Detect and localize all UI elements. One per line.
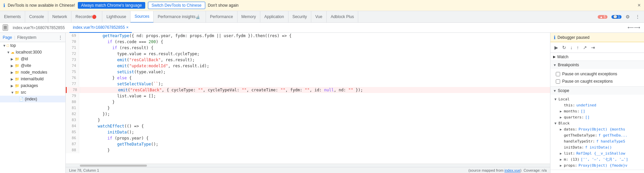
- code-line-81: 81 }: [66, 105, 550, 111]
- scope-handleTypeStr: handleTypeStr: f handleTypeS: [553, 138, 641, 144]
- scope-props[interactable]: ▶ props: Proxy(Object) {fmode}v: [553, 162, 641, 168]
- editor-sidebar-toggle[interactable]: ☰: [3, 24, 8, 31]
- more-options-button[interactable]: ⋮: [634, 13, 641, 21]
- tab-lighthouse[interactable]: Lighthouse: [102, 11, 130, 23]
- tab-security[interactable]: Security: [288, 11, 311, 23]
- tab-elements[interactable]: Elements: [0, 11, 25, 23]
- folder-icon-id: 📁: [15, 57, 19, 61]
- dont-show-again-button[interactable]: Don't show again: [208, 3, 239, 8]
- scope-quarters[interactable]: ▶ quarters: []: [553, 114, 641, 120]
- folder-icon-vite: 📁: [15, 64, 19, 68]
- settings-button[interactable]: ⚙: [624, 13, 631, 21]
- debug-deactivate-button[interactable]: ⇥: [590, 44, 596, 52]
- editor-tab-close[interactable]: ×: [126, 25, 128, 30]
- pause-caught-label: Pause on caught exceptions: [562, 79, 613, 84]
- source-map-link[interactable]: index.vue: [504, 168, 520, 172]
- folder-icon-internal-build: 📁: [15, 77, 19, 81]
- code-editor[interactable]: 69 getYearType({ nd: props.year, fydm: p…: [66, 33, 550, 164]
- code-line-87: 87 getTheDataType();: [66, 141, 550, 147]
- code-line-82: 82 });: [66, 111, 550, 117]
- code-lines: 69 getYearType({ nd: props.year, fydm: p…: [66, 33, 550, 153]
- tree-item-internal-build[interactable]: ▶ 📁 internal/build: [0, 76, 65, 82]
- pause-caught-checkbox[interactable]: [556, 79, 560, 84]
- code-line-83: 83 }: [66, 117, 550, 123]
- tree-item-node-modules[interactable]: ▶ 📁 node_modules: [0, 69, 65, 76]
- breakpoints-arrow: ▼: [553, 63, 556, 67]
- scope-list[interactable]: ▶ list: RefImpl {__v_isShallow: [553, 150, 641, 156]
- scope-dates[interactable]: ▶ dates: Proxy(Object) {months: [553, 126, 641, 132]
- cursor-position: Line 78, Column 1: [69, 168, 99, 172]
- tab-console[interactable]: Console: [25, 11, 48, 23]
- scope-initData: initData: f initData(): [553, 144, 641, 150]
- tree-label-internal-build: internal/build: [21, 77, 44, 81]
- code-line-74: 74 emit("update:modelId", res.result.id)…: [66, 63, 550, 69]
- scope-local-header[interactable]: ▼ Local: [553, 96, 641, 102]
- tab-adblock[interactable]: Adblock Plus: [327, 11, 358, 23]
- pause-uncaught-label: Pause on uncaught exceptions: [562, 72, 617, 76]
- tab-memory[interactable]: Memory: [237, 11, 260, 23]
- code-line-75: 75 setList(type.value);: [66, 69, 550, 75]
- watch-section-header[interactable]: ▶ Watch: [550, 53, 644, 61]
- tree-item-vite[interactable]: ▶ 📁 @vite: [0, 62, 65, 69]
- filetree-tab-filesystem[interactable]: Filesystem: [17, 35, 36, 40]
- tab-sources[interactable]: Sources: [130, 11, 154, 23]
- debug-resume-button[interactable]: ▶: [553, 44, 559, 52]
- format-icon[interactable]: ⟵⟶: [627, 24, 641, 31]
- tree-item-top[interactable]: ▼ □ top: [0, 42, 65, 49]
- tab-performance[interactable]: Performance: [206, 11, 237, 23]
- file-tree-panel: Page | Filesystem ⋮ ▼ □ top ▼ ☁ localhos…: [0, 33, 66, 173]
- debug-step-out-button[interactable]: ↑: [575, 44, 580, 52]
- scope-header[interactable]: ▼ Scope: [550, 87, 644, 95]
- folder-icon-packages: 📁: [15, 84, 19, 88]
- tab-vue[interactable]: Vue: [311, 11, 327, 23]
- breakpoints-header[interactable]: ▼ Breakpoints: [550, 61, 644, 69]
- filetree-tab-page[interactable]: Page: [3, 35, 12, 40]
- tree-arrow-localhost: ▼: [7, 51, 11, 54]
- tree-item-localhost[interactable]: ▼ ☁ localhost:3000: [0, 49, 65, 56]
- tree-arrow-internal-build: ▶: [11, 77, 15, 81]
- editor-tab-1[interactable]: index.vue?t=1680767852855: [9, 23, 68, 33]
- scope-block-header[interactable]: ▼ Block: [553, 120, 641, 126]
- recorder-icon: 🔴: [92, 15, 97, 19]
- h-scroll-thumb[interactable]: [80, 165, 147, 167]
- info-bar-close-button[interactable]: ×: [638, 2, 641, 8]
- debug-step-into-button[interactable]: ↓: [569, 44, 574, 52]
- tree-item-src[interactable]: ▼ 📁 src: [0, 89, 65, 96]
- tab-application[interactable]: Application: [260, 11, 288, 23]
- info-message: DevTools is now available in Chinese!: [8, 3, 75, 8]
- tab-performance-insights[interactable]: Performance insights 🔬: [154, 11, 206, 23]
- filetree-more-button[interactable]: ⋮: [58, 35, 63, 40]
- tree-item-packages[interactable]: ▶ 📁 packages: [0, 82, 65, 89]
- pause-caught-item: Pause on caught exceptions: [553, 78, 641, 85]
- scope-months[interactable]: ▶ months: []: [553, 108, 641, 114]
- status-bar: Line 78, Column 1 (source mapped from in…: [66, 167, 550, 173]
- code-line-76: 76 } else {: [66, 75, 550, 81]
- folder-icon-node-modules: 📁: [15, 70, 19, 75]
- scope-local-label: Local: [558, 97, 570, 101]
- tree-arrow-packages: ▶: [11, 84, 15, 88]
- scope-m[interactable]: ▶ m: (13) ['', '—', '七月', '…']: [553, 156, 641, 162]
- debug-step-button[interactable]: ↗: [582, 44, 588, 52]
- code-line-72: 72 type.value = res.result.cycleType;: [66, 51, 550, 57]
- switch-devtools-button[interactable]: Switch DevTools to Chinese: [148, 2, 205, 9]
- tree-item-id[interactable]: ▶ 📁 @id: [0, 56, 65, 62]
- pause-uncaught-checkbox[interactable]: [556, 72, 560, 76]
- debugger-controls: ▶ ↻ ↓ ↑ ↗ ⇥: [550, 42, 644, 53]
- match-language-button[interactable]: Always match Chrome's language: [78, 2, 145, 9]
- editor-tab-2[interactable]: index.vue?t=1680767852855 ×: [69, 23, 132, 33]
- secondary-bar-right: ⟵⟶: [627, 24, 641, 31]
- code-line-84: 84 watchEffect(() => {: [66, 123, 550, 129]
- scope-arrow: ▼: [553, 89, 556, 93]
- debug-panel: ℹ Debugger paused ▶ ↻ ↓ ↑ ↗ ⇥ ▶ Watch ▼ …: [550, 33, 644, 173]
- code-line-88: 88 }: [66, 147, 550, 153]
- tree-item-index[interactable]: 📄 (index): [0, 96, 65, 102]
- debug-step-over-button[interactable]: ↻: [561, 44, 568, 52]
- tab-bar-right: ▲ 5 💬 1 ⚙ ⋮: [596, 13, 644, 21]
- horizontal-scrollbar[interactable]: [66, 164, 550, 167]
- tree-arrow-top: ▼: [3, 44, 7, 48]
- tree-label-vite: @vite: [21, 63, 31, 68]
- tab-network[interactable]: Network: [48, 11, 71, 23]
- code-line-85: 85 initData();: [66, 129, 550, 135]
- tab-recorder[interactable]: Recorder 🔴: [71, 11, 102, 23]
- breakpoints-content: Pause on uncaught exceptions Pause on ca…: [550, 69, 644, 86]
